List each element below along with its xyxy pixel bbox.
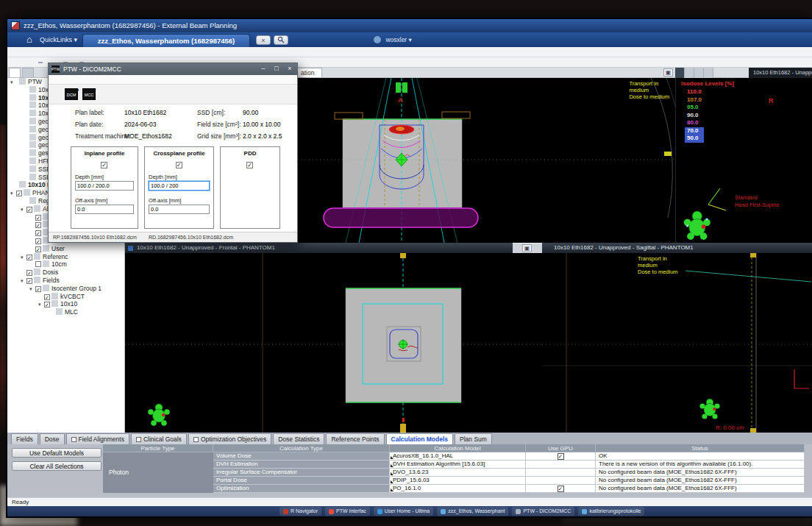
tree-checkbox[interactable] — [35, 286, 41, 292]
tab-field-alignments[interactable]: Field Alignments — [66, 433, 129, 444]
taskbar-icon[interactable] — [228, 508, 235, 515]
tree-item[interactable]: ▾kVCBCT — [7, 293, 124, 301]
tree-checkbox[interactable] — [26, 207, 32, 213]
maximize-view-icon[interactable]: ▣ — [522, 244, 532, 252]
model-dropdown[interactable]: PO_16.1.0 — [390, 485, 526, 493]
taskbar-button-navigator[interactable]: R Navigator — [279, 507, 321, 516]
isodose-level[interactable]: 50.0 — [685, 135, 704, 143]
taskbar-icon[interactable] — [197, 508, 204, 515]
tab-dose[interactable]: Dose — [40, 433, 65, 444]
isodose-level[interactable]: 110.0 — [685, 88, 704, 96]
model-dropdown[interactable]: AcurosXB_16.1.0_HAL — [390, 452, 526, 461]
crossplane-checkbox[interactable] — [176, 162, 182, 168]
sagittal-view[interactable]: R: 0.00 cm Transport inmediumDose to med… — [542, 253, 812, 433]
maximize-icon[interactable]: □ — [271, 65, 282, 74]
tab-dose-statistics[interactable]: Dose Statistics — [273, 433, 324, 444]
model-dropdown[interactable]: DVO_13.6.23 — [390, 469, 526, 477]
tree-checkbox[interactable] — [44, 302, 50, 308]
frontal-view[interactable] — [125, 253, 542, 433]
inplane-depth-input[interactable] — [75, 181, 134, 191]
tree-item[interactable]: ▾Dosis — [7, 269, 124, 277]
quicklinks-menu[interactable]: QuickLinks ▾ — [40, 36, 77, 43]
clear-all-selections-button[interactable]: Clear All Selections — [12, 461, 102, 471]
sagittal-view-titlebar[interactable]: 10x10 Eth1682 - Unapproved - Sagittal - … — [542, 243, 812, 253]
tree-item[interactable]: ▾Referenc — [7, 253, 124, 261]
tree-item[interactable]: ▾Isocenter Group 1 — [7, 285, 124, 293]
sidebar-tab-context[interactable] — [22, 68, 34, 77]
gpu-checkbox[interactable] — [558, 486, 564, 492]
taskbar-icon[interactable] — [207, 508, 214, 515]
expander-icon[interactable]: ▾ — [21, 254, 26, 261]
calc-model-row[interactable]: DVH Estimation DVH Estimation Algorithm … — [213, 461, 805, 469]
expander-icon[interactable]: ▾ — [10, 190, 16, 197]
taskbar-button-kalibrierung[interactable]: kalibrierungsprotokolle — [578, 507, 644, 516]
tab-plan-sum[interactable]: Plan Sum — [455, 433, 492, 444]
inplane-checkbox[interactable] — [101, 162, 107, 168]
gpu-checkbox[interactable] — [558, 453, 564, 460]
crossplane-offaxis-input[interactable] — [149, 205, 210, 214]
patient-tab[interactable]: zzz_Ethos, Wasserphantom (1682987456) — [82, 34, 250, 47]
tree-checkbox[interactable] — [35, 222, 41, 228]
tree-item[interactable]: ▾10cm — [7, 260, 124, 269]
taskbar-icon[interactable] — [238, 508, 245, 515]
taskbar-icon[interactable] — [259, 508, 266, 515]
isodose-level[interactable]: 90.0 — [685, 112, 704, 120]
crossplane-depth-input[interactable] — [149, 181, 210, 191]
view-tab-3d[interactable] — [675, 68, 685, 78]
pdd-checkbox[interactable] — [246, 162, 253, 168]
tree-checkbox[interactable] — [26, 278, 32, 284]
expander-icon[interactable]: ▾ — [38, 301, 44, 308]
tree-checkbox[interactable] — [26, 255, 32, 260]
minimize-icon[interactable]: – — [257, 65, 269, 74]
tree-checkbox[interactable] — [26, 270, 32, 276]
close-patient-button[interactable]: × — [256, 35, 271, 45]
taskbar-icon[interactable] — [218, 508, 224, 515]
model-3d-view[interactable]: Isodose Levels [%] 110.0 107.0 95.0 90.0… — [675, 78, 812, 243]
model-dropdown[interactable]: DVH Estimation Algorithm [15.6.03] — [390, 461, 526, 469]
calc-model-row[interactable]: Irregular Surface Compensator DVO_13.6.2… — [213, 469, 805, 477]
expander-icon[interactable]: ▾ — [21, 206, 26, 213]
tree-checkbox[interactable] — [35, 246, 41, 252]
expander-icon[interactable]: ▾ — [21, 277, 26, 285]
tree-item[interactable]: ▾MLC — [7, 308, 124, 316]
tree-checkbox[interactable] — [35, 238, 41, 244]
tree-checkbox[interactable] — [44, 294, 50, 300]
dicom2mcc-dialog[interactable]: PTW PTW - DICOM2MCC – □ × DCM↗ MCC✓ Plan… — [48, 63, 298, 243]
tree-item[interactable]: ▾Fields — [7, 277, 124, 285]
taskbar-button-dicom2mcc[interactable]: PTW - DICOM2MCC — [512, 507, 574, 516]
export-dcm-button[interactable]: DCM↗ — [65, 88, 78, 100]
user-menu[interactable]: wosxler ▾ — [374, 35, 412, 45]
expander-icon[interactable]: ▾ — [10, 79, 16, 86]
calc-model-row[interactable]: Portal Dose PDIP_15.6.03 No configured b… — [213, 477, 805, 485]
view-tab-dvh[interactable] — [685, 68, 694, 78]
isodose-level[interactable]: 95.0 — [685, 104, 704, 112]
taskbar-icon[interactable] — [177, 508, 183, 515]
window-titlebar[interactable]: zzz_Ethos, Wasserphantom (1682987456) - … — [7, 19, 812, 32]
tree-item[interactable]: ▾User — [7, 245, 124, 253]
sidebar-tab-selection[interactable] — [9, 68, 21, 77]
isodose-level[interactable]: 107.0 — [685, 96, 704, 104]
calc-model-row[interactable]: Optimization PO_16.1.0 No configured bea… — [213, 485, 805, 493]
tab-calculation-models[interactable]: Calculation Models — [386, 433, 453, 444]
use-default-models-button[interactable]: Use Default Models — [12, 448, 102, 458]
isodose-level[interactable]: 80.0 — [685, 119, 704, 127]
tab-reference-points[interactable]: Reference Points — [326, 433, 384, 444]
tree-checkbox[interactable] — [35, 230, 41, 236]
tree-checkbox[interactable] — [35, 261, 41, 267]
isodose-level[interactable]: 70.0 — [685, 127, 704, 135]
expander-icon[interactable]: ▾ — [29, 285, 35, 293]
taskbar-button-ethos[interactable]: zzz_Ethos, Wasserphant — [437, 507, 508, 516]
dialog-titlebar[interactable]: PTW PTW - DICOM2MCC – □ × — [49, 63, 297, 75]
tab-fields[interactable]: Fields — [11, 433, 38, 444]
taskbar-icon[interactable] — [249, 508, 255, 515]
taskbar-button-user-home[interactable]: User Home - Ultima — [374, 507, 433, 516]
tree-checkbox[interactable] — [16, 191, 22, 196]
slice-spacing-box[interactable] — [38, 62, 43, 63]
tab-optimization-objectives[interactable]: Optimization Objectives — [188, 433, 271, 444]
view-tab-arc[interactable] — [704, 68, 713, 78]
close-icon[interactable]: × — [284, 65, 296, 74]
taskbar-button-ptw-interface[interactable]: PTW Interfac — [325, 507, 370, 516]
frontal-view-titlebar[interactable]: 10x10 Eth1682 - Unapproved - Frontal - P… — [125, 243, 513, 253]
search-button[interactable] — [274, 35, 288, 45]
convert-mcc-button[interactable]: MCC✓ — [82, 88, 96, 100]
